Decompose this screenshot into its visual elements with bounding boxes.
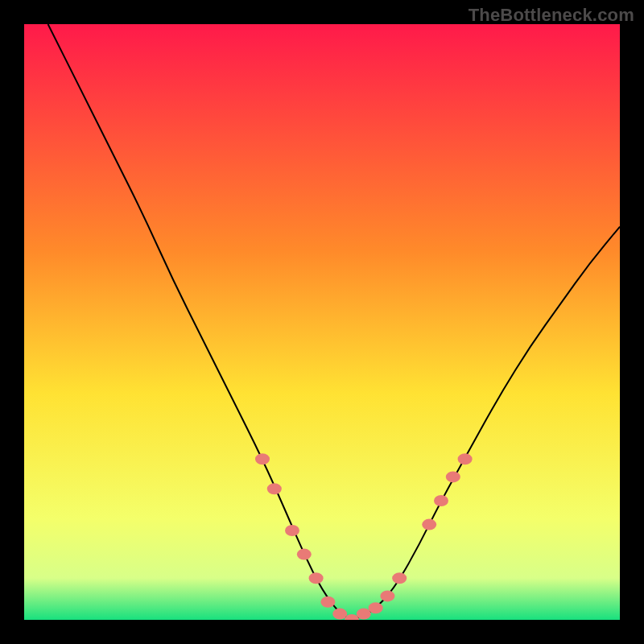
curve-marker [285,525,299,536]
curve-marker [332,609,347,620]
curve-marker [297,549,312,560]
gradient-background [24,24,620,620]
curve-marker [446,471,460,482]
watermark-text: TheBottleneck.com [469,5,634,26]
chart-frame: TheBottleneck.com [0,0,644,644]
curve-marker [267,483,282,494]
curve-marker [369,602,383,613]
curve-marker [380,590,394,601]
curve-marker [320,597,335,608]
curve-marker [422,519,436,530]
curve-marker [458,453,473,464]
curve-marker [309,572,324,584]
curve-marker [255,453,270,464]
curve-marker [434,495,448,506]
curve-marker [357,609,371,620]
bottleneck-plot [24,24,620,620]
curve-marker [392,572,407,584]
